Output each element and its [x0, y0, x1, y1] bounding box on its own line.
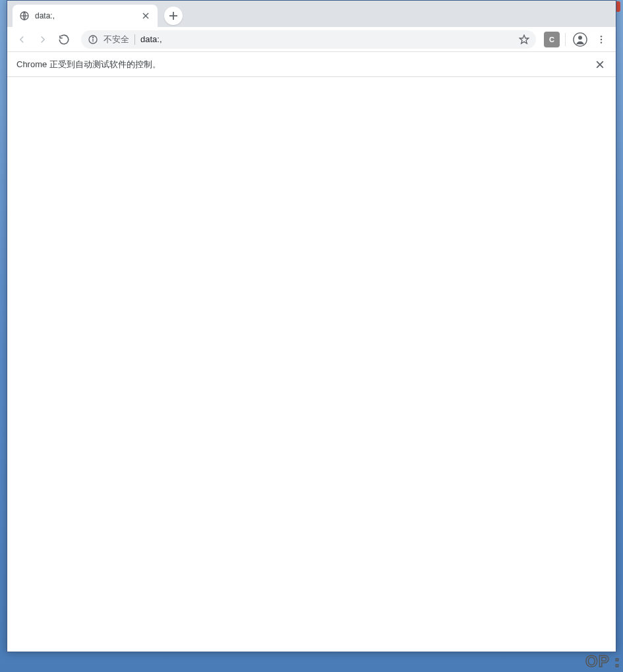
url-text: data:,	[140, 34, 514, 44]
svg-point-17	[601, 42, 602, 43]
reload-button[interactable]	[55, 30, 73, 49]
security-label: 不安全	[104, 34, 129, 45]
toolbar-separator	[565, 33, 566, 46]
toolbar: 不安全 data:, C	[7, 27, 616, 52]
tab-close-button[interactable]	[140, 11, 151, 21]
globe-icon	[19, 11, 30, 21]
menu-button[interactable]	[592, 30, 610, 49]
svg-point-11	[92, 37, 93, 38]
page-content	[7, 77, 616, 652]
forward-button[interactable]	[34, 30, 52, 49]
info-bar-close-button[interactable]	[593, 58, 607, 71]
tab-title: data:,	[35, 11, 135, 20]
tab-strip: data:,	[7, 1, 616, 27]
info-icon[interactable]	[88, 34, 98, 45]
extension-badge[interactable]: C	[544, 32, 560, 47]
svg-marker-12	[519, 35, 528, 43]
bookmark-star-icon[interactable]	[519, 34, 529, 45]
new-tab-button[interactable]	[164, 7, 183, 25]
tab-active[interactable]: data:,	[13, 5, 158, 27]
back-button[interactable]	[13, 30, 31, 49]
info-bar-message: Chrome 正受到自动测试软件的控制。	[16, 59, 593, 70]
address-bar[interactable]: 不安全 data:,	[81, 30, 536, 49]
profile-button[interactable]	[571, 30, 589, 49]
automation-info-bar: Chrome 正受到自动测试软件的控制。	[7, 52, 616, 77]
svg-point-14	[578, 36, 582, 40]
watermark: OP :	[585, 652, 620, 671]
omnibox-divider	[134, 34, 135, 45]
svg-point-16	[601, 38, 602, 40]
svg-point-15	[601, 36, 602, 37]
chrome-window: data:,	[7, 0, 616, 652]
